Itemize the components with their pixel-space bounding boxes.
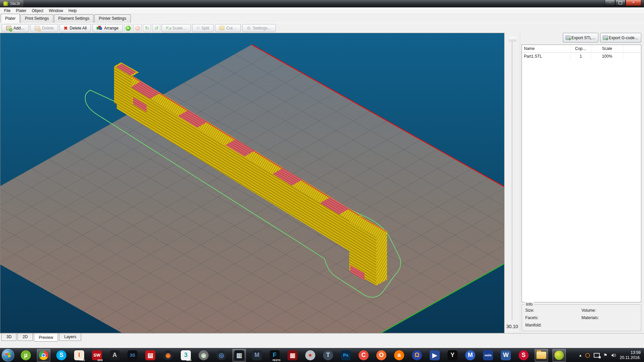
tab-plater[interactable]: Plater (1, 14, 20, 23)
taskbar-app-teamspeak[interactable]: T (321, 349, 335, 362)
cell-part-name: Part1.STL (522, 53, 571, 60)
arrange-button[interactable]: Arrange (92, 24, 123, 32)
avast-icon: a (394, 350, 404, 360)
taskbar-app-malwarebytes[interactable]: M (464, 349, 477, 362)
gear-icon: ⚙ (247, 25, 251, 31)
object-list[interactable]: Name Cop… Scale Part1.STL 1 100% (522, 45, 641, 302)
taskbar-app-red-s-app[interactable]: S (517, 349, 530, 362)
taskbar-app-utorrent[interactable]: µ (19, 349, 33, 362)
taskbar-app-blender[interactable]: ◉ (161, 349, 175, 362)
tab-layers[interactable]: Layers (59, 334, 81, 341)
decrease-copies-button[interactable]: − (133, 24, 142, 32)
menu-file[interactable]: File (1, 8, 13, 13)
add-button[interactable]: + Add… (2, 24, 29, 32)
tray-orange-app-icon[interactable]: ◯ (585, 353, 590, 358)
taskbar-app-audacity[interactable]: Ω (410, 349, 424, 362)
tab-printer-settings[interactable]: Printer Settings (94, 14, 130, 23)
layer-slider-track[interactable] (512, 38, 513, 320)
taskbar-app-catia-3ds[interactable]: 3S (126, 349, 139, 362)
taskbar-app-maya[interactable]: M (250, 349, 264, 362)
clock-time: 13:59 (620, 350, 641, 355)
settings-button[interactable]: ⚙ Settings… (242, 24, 276, 32)
layer-slider-thumb[interactable] (508, 37, 517, 42)
taskbar-app-explorer[interactable] (535, 349, 548, 362)
taskbar-app-avast[interactable]: a (392, 349, 406, 362)
close-button[interactable]: ✕ (626, 0, 641, 6)
maya-icon: M (252, 350, 262, 360)
tab-preview[interactable]: Preview (34, 334, 58, 342)
tray-overflow-arrow[interactable]: ▴ (579, 353, 582, 358)
minimize-button[interactable]: – (605, 0, 615, 6)
tab-3d[interactable]: 3D (1, 334, 16, 341)
taskbar-app-solidworks[interactable]: SW2015 (90, 349, 104, 362)
info-legend: Info (525, 302, 534, 307)
export-gcode-button[interactable]: Export G-code… (600, 33, 641, 43)
taskbar-app-red-cube-app[interactable]: ▤ (144, 349, 157, 362)
taskbar-app-security-shield[interactable]: ● (304, 349, 317, 362)
taskbar-app-festo-fluidsim[interactable]: FFESTO (268, 349, 281, 362)
tab-filament-settings[interactable]: Filament Settings (54, 14, 94, 23)
keyshot-icon: ◎ (216, 350, 226, 360)
film-app-icon: ▥ (234, 350, 244, 360)
taskbar-app-media-player-classic[interactable]: ▶ (428, 349, 441, 362)
taskbar-app-netis[interactable]: netis (481, 349, 495, 362)
tab-print-settings[interactable]: Print Settings (20, 14, 53, 23)
increase-copies-button[interactable]: + (124, 24, 132, 32)
taskbar-app-bull-logo-app[interactable]: Y (446, 349, 459, 362)
window-title: Slic3r (10, 1, 20, 6)
export-stl-button[interactable]: Export STL… (563, 33, 598, 43)
taskbar-app-origin[interactable]: O (375, 349, 388, 362)
menu-object[interactable]: Object (29, 8, 46, 13)
taskbar-app-film-app[interactable]: ▥ (232, 349, 246, 362)
clock-date: 20.11.2016. (620, 355, 641, 360)
3d-preview-scene[interactable] (0, 33, 504, 333)
gimp-icon: ◉ (199, 350, 209, 360)
taskbar-app-start-orb[interactable] (1, 349, 15, 362)
explorer-folder-icon (536, 352, 546, 359)
cut-button[interactable]: Cut… (215, 24, 241, 32)
taskbar-app-3ds-max[interactable]: 3MAX (179, 349, 193, 362)
col-scale[interactable]: Scale (591, 45, 623, 52)
col-name[interactable]: Name (522, 45, 571, 52)
clock[interactable]: 13:59 20.11.2016. (620, 350, 641, 360)
taskbar-app-ccleaner[interactable]: C (357, 349, 370, 362)
network-icon[interactable] (594, 353, 600, 358)
view-tabs: 3D 2D Preview Layers (0, 333, 644, 342)
table-row[interactable]: Part1.STL 1 100% (522, 53, 641, 60)
scale-button[interactable]: ◤◢ Scale… (162, 24, 191, 32)
taskbar-app-photoshop[interactable]: Ps (339, 349, 353, 362)
split-button[interactable]: ∷ Split (192, 24, 214, 32)
taskbar-app-skype[interactable]: S (55, 349, 68, 362)
scale-arrows-icon: ◤◢ (166, 26, 170, 30)
info-groupbox: Info Size: Volume: Facets: Materials: Ma… (522, 304, 641, 331)
taskbar-app-inventor[interactable]: IPRO (72, 349, 86, 362)
taskbar-app-autocad[interactable]: A (108, 349, 121, 362)
taskbar-app-keyshot[interactable]: ◎ (215, 349, 228, 362)
col-copies[interactable]: Cop… (571, 45, 591, 52)
preview-viewport[interactable] (0, 33, 504, 333)
rotate-ccw-button[interactable]: ↺ (152, 24, 160, 32)
menu-plater[interactable]: Plater (13, 8, 29, 13)
autocad-icon: A (110, 350, 120, 360)
taskbar-app-slic3r-taskbar[interactable] (552, 349, 566, 362)
volume-icon[interactable]: )) (611, 353, 616, 357)
layer-slider[interactable]: 30.10 (504, 33, 520, 333)
taskbar-app-cnc-sim[interactable]: ▦ (286, 349, 299, 362)
delete-all-button[interactable]: ✖ Delete All (59, 24, 91, 32)
action-center-flag-icon[interactable]: ⚑ (603, 353, 607, 358)
rotate-cw-button[interactable]: ↻ (143, 24, 151, 32)
taskbar-app-word[interactable]: W (499, 349, 513, 362)
menu-window[interactable]: Window (46, 8, 66, 13)
windows-start-orb[interactable] (2, 349, 14, 362)
menu-help[interactable]: Help (66, 8, 79, 13)
taskbar-app-gimp[interactable]: ◉ (197, 349, 210, 362)
taskbar-app-chrome[interactable] (37, 349, 50, 362)
maximize-button[interactable] (615, 0, 626, 6)
titlebar[interactable]: Slic3r – ✕ (0, 0, 644, 7)
origin-icon: O (376, 350, 386, 360)
delete-button[interactable]: − Delete (30, 24, 58, 32)
cell-copies: 1 (571, 53, 591, 60)
tab-2d[interactable]: 2D (17, 334, 33, 341)
red-s-app-icon: S (519, 350, 529, 360)
object-list-header[interactable]: Name Cop… Scale (522, 45, 641, 53)
